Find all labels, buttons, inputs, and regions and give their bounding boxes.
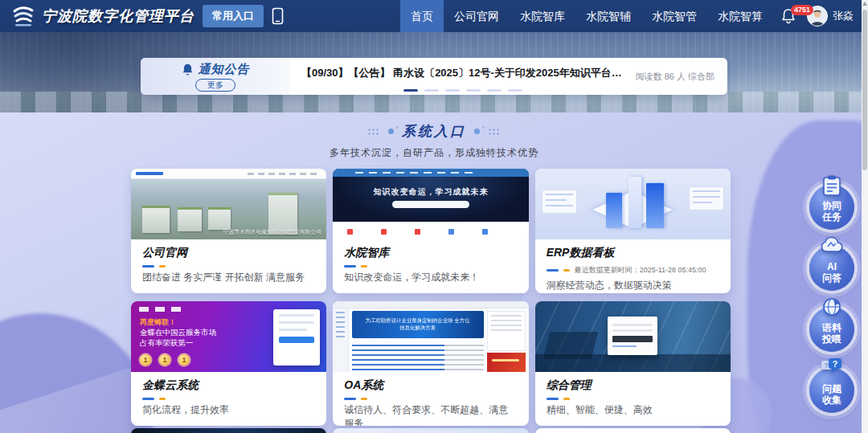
knowledge-slogan: 知识改变命运，学习成就未来 [333,186,528,198]
carousel-dash[interactable] [424,89,439,92]
section-title: 系统入口 [402,122,466,141]
nav-item-smart-manage[interactable]: 水院智管 [641,0,707,32]
fab-issue-collect[interactable]: ? ? 问题 收集 [809,368,854,413]
clipboard-icon [821,174,842,197]
floating-action-stack: 协同 任务 AI 问答 语料 投喂 ? ? [805,174,858,413]
question-bubble-icon: ? ? [820,357,844,378]
deco-circle-left [388,129,394,134]
nav-item-smart-compute[interactable]: 水院智算 [707,0,773,32]
nav-item-company-site[interactable]: 公司官网 [444,0,510,32]
ai-cloud-icon [820,235,844,255]
card-kingdee-cloud[interactable]: 再度蝉联！ 金蝶在中国云服务市场 占有率荣获第一 1 1 1 金蝶云系统 简化流… [131,301,326,426]
notice-content: 【09/30】【公告】 甬水设〔2025〕12号-关于印发2025年知识平台建设… [290,58,636,95]
card-company-site[interactable]: 宁波市水利水电规划设计研究院有限公司 公司官网 团结奋进 务实严谨 开拓创新 满… [131,169,326,293]
card-title: 综合管理 [547,378,719,393]
announcement-bell-icon [182,63,194,76]
fab-corpus-feed[interactable]: 语料 投喂 [809,307,854,352]
knowledge-base-thumbnail: 知识改变命运，学习成就未来 [333,169,528,239]
notification-count-badge: 4751 [791,5,813,15]
fab-label-line: 投喂 [822,333,841,345]
deco-dots-right [488,128,501,136]
svg-text:?: ? [825,362,829,370]
notice-read-count: 阅读数 86 人 综合部 [636,71,727,83]
page-scrollbar[interactable] [862,0,868,433]
section-heading: 系统入口 多年技术沉淀，自研产品，形成独特技术优势 [0,122,868,160]
mini-search-bar [392,201,469,208]
notice-title: 通知公告 [199,62,250,77]
company-site-thumbnail: 宁波市水利水电规划设计研究院有限公司 [131,169,326,239]
fab-label-line: 协同 [822,200,841,211]
mobile-phone-icon[interactable] [272,7,284,25]
mini-login-panel [273,309,320,366]
section-subtitle: 多年技术沉淀，自研产品，形成独特技术优势 [0,146,868,160]
card-oa-system[interactable]: 为工程勘察设计企业量身定制的企业级 全方位信息化解决方案 OA系统 诚信待人、符… [333,301,528,426]
fab-label-line: 问答 [822,272,841,284]
kingdee-tagline: 再度蝉联！ [140,317,176,328]
card-description: 团结奋进 务实严谨 开拓创新 满意服务 [142,271,315,284]
announcement-link[interactable]: 【09/30】【公告】 甬水设〔2025〕12号-关于印发2025年知识平台建设… [301,66,624,80]
app-title: 宁波院数字化管理平台 [42,6,194,26]
deco-dots-left [367,128,380,136]
kingdee-medals: 1 1 1 [140,354,190,366]
carousel-dash[interactable] [445,89,460,92]
integrated-mgmt-thumbnail [535,301,731,372]
card-description: 诚信待人、符合要求、不断超越、满意服务 [344,403,517,426]
medal-icon: 1 [159,354,170,366]
fab-label-line: 收集 [822,394,841,406]
svg-text:?: ? [833,359,838,369]
card-stub[interactable] [333,428,528,433]
card-description: 知识改变命运，学习成就未来！ [344,271,517,284]
card-title: OA系统 [344,378,517,393]
next-row-preview [131,428,731,433]
fab-ai-qa[interactable]: AI 问答 [809,246,854,291]
oa-banner-image [487,353,526,372]
nav-item-knowledge-base[interactable]: 水院智库 [510,0,575,32]
mini-login-form [608,317,657,355]
nav-item-home[interactable]: 首页 [400,0,444,32]
carousel-dash[interactable] [487,89,502,92]
medal-icon: 1 [140,354,151,366]
card-stub[interactable] [535,428,731,433]
fab-label-line: 任务 [822,211,841,223]
card-integrated-management[interactable]: 综合管理 精细、智能、便捷、高效 [535,301,731,426]
notification-bell[interactable]: 4751 [781,8,796,24]
card-description: 精细、智能、便捷、高效 [547,403,719,417]
erp-dashboard-thumbnail [535,169,731,239]
kingdee-line2: 占有率荣获第一 [140,338,194,349]
nav-item-smart-assist[interactable]: 水院智辅 [575,0,641,32]
fab-collab-tasks[interactable]: 协同 任务 [809,185,854,230]
app-logo-icon [11,4,35,28]
oa-thumbnail: 为工程勘察设计企业量身定制的企业级 全方位信息化解决方案 [333,301,528,372]
card-erp-dashboard[interactable]: ERP数据看板 最近数据更新时间：2025-11-28 05:45:00 洞察经… [535,169,731,293]
carousel-dash[interactable] [403,89,418,92]
card-description: 洞察经营动态，数据驱动决策 [547,279,719,292]
card-title: 金蝶云系统 [142,378,315,393]
scrollbar-up-arrow[interactable] [862,2,867,6]
user-name[interactable]: 张焱 [833,9,854,23]
card-stub[interactable] [131,428,326,433]
carousel-dash[interactable] [466,89,481,92]
notice-more-button[interactable]: 更多 [195,79,235,92]
system-entry-grid: 宁波市水利水电规划设计研究院有限公司 公司官网 团结奋进 务实严谨 开拓创新 满… [131,169,731,426]
notice-bar: 通知公告 更多 【09/30】【公告】 甬水设〔2025〕12号-关于印发202… [141,58,727,95]
kingdee-line1: 金蝶在中国云服务市场 [140,328,216,338]
deco-circle-right [474,129,480,134]
medal-icon: 1 [178,354,190,366]
card-knowledge-base[interactable]: 知识改变命运，学习成就未来 水院智库 知识改变命运，学习成就未来！ [333,169,528,293]
card-description: 简化流程，提升效率 [142,403,315,417]
scrollbar-thumb[interactable] [862,10,867,170]
quick-entry-button[interactable]: 常用入口 [203,5,264,27]
card-title: 公司官网 [142,246,315,260]
erp-update-time: 最近数据更新时间：2025-11-28 05:45:00 [575,265,706,276]
top-header: 宁波院数字化管理平台 常用入口 首页 公司官网 水院智库 水院智辅 水院智管 水… [0,0,862,32]
oa-banner-text: 为工程勘察设计企业量身定制的企业级 全方位信息化解决方案 [366,317,471,331]
carousel-dash[interactable] [508,89,522,92]
notice-left-panel: 通知公告 更多 [141,58,290,95]
globe-icon [821,296,842,317]
card-title: 水院智库 [344,246,517,260]
card-title: ERP数据看板 [547,246,719,260]
notice-carousel-indicators [403,89,522,92]
fab-label-line: AI [822,261,841,272]
fab-label-line: 语料 [822,322,841,333]
company-site-caption: 宁波市水利水电规划设计研究院有限公司 [223,229,321,236]
